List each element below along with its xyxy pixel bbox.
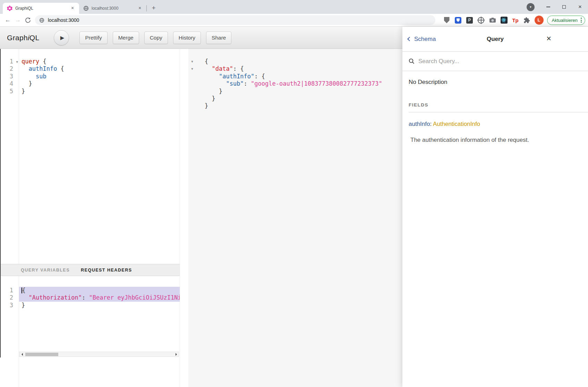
graphiql-logo: GraphiQL [7,34,39,42]
code-token [22,294,28,301]
code-line: 3} [0,302,180,309]
browser-window: GraphiQL × localhost:3000 × + ▼ × ← → [0,0,588,387]
tab-close-icon[interactable]: × [137,5,143,11]
doc-close-button[interactable]: × [546,34,551,43]
code-token: "google-oauth2|108377380082777232373" [251,80,382,87]
code-text: "sub": "google-oauth2|108377380082777232… [196,80,402,87]
maximize-button[interactable] [556,1,572,13]
profile-avatar[interactable]: L [535,16,544,25]
horizontal-scrollbar[interactable] [19,352,179,357]
close-window-button[interactable]: × [572,1,588,13]
code-token [22,73,36,80]
picker-extension-icon[interactable] [477,16,485,24]
code-token: "data" [212,65,233,72]
doc-search-input[interactable] [418,58,588,65]
scroll-right-button[interactable] [173,352,179,356]
request-headers-editor[interactable]: 1{2 "Authorization": "Bearer eyJhbGciOiJ… [0,276,180,387]
fold-arrow-icon [188,80,196,87]
code-token: : { [254,73,265,80]
address-bar[interactable]: localhost:3000 [35,15,435,25]
code-text: authInfo { [19,65,180,72]
execute-button[interactable]: ▶ [54,30,69,45]
browser-menu-icon[interactable] [581,18,582,23]
doc-search-row [402,52,588,71]
extensions-puzzle-icon[interactable] [523,16,531,24]
field-name-link[interactable]: authInfo [409,121,430,127]
code-token: } [205,95,215,102]
new-tab-button[interactable]: + [149,3,159,13]
toolbar-button-history[interactable]: History [173,32,201,44]
code-line: "authInfo": { [180,73,402,80]
secondary-tab-bar: QUERY VARIABLESREQUEST HEADERS [0,264,180,276]
scrollbar-track[interactable] [25,352,173,356]
code-line: "sub": "google-oauth2|108377380082777232… [180,80,402,87]
update-chrome-button[interactable]: Aktualisieren [547,16,585,25]
ublock-extension-icon[interactable] [443,16,451,24]
code-token: } [205,102,208,109]
code-token: "sub" [226,80,244,87]
code-token: : [244,80,251,87]
window-controls: ▼ × [527,0,588,14]
toolbar-button-share[interactable]: Share [206,32,231,44]
camera-icon [489,17,496,23]
code-text: } [19,88,180,95]
fold-arrow-icon[interactable]: ▾ [16,58,18,66]
query-section: 1▾query {2 authInfo {3 sub4 }5} QUERY VA… [0,49,180,387]
graphiql-topbar: GraphiQL ▶ PrettifyMergeCopyHistoryShare [0,27,402,49]
toolbar-button-prettify[interactable]: Prettify [79,32,107,44]
bitwarden-extension-icon[interactable] [454,16,462,24]
field-description: The authentication information of the re… [409,137,588,144]
no-description-text: No Description [409,79,588,86]
field-type-link[interactable]: AuthenticationInfo [433,121,480,127]
fold-arrow-icon [188,88,196,95]
tab-close-icon[interactable]: × [69,5,76,11]
tab-title: localhost:3000 [92,6,137,11]
code-token: query [22,58,39,65]
tab-query-variables[interactable]: QUERY VARIABLES [21,268,70,273]
code-text: "authInfo": { [196,73,402,80]
code-line: 2 "Authorization": "Bearer eyJhbGciOiJSU… [0,294,180,301]
code-token: } [205,88,222,95]
code-text: } [196,102,402,110]
scrollbar-thumb[interactable] [25,353,58,356]
chrome-update-icon[interactable]: ▼ [527,3,535,11]
toolbar-button-merge[interactable]: Merge [113,32,139,44]
toolbar-button-copy[interactable]: Copy [144,32,168,44]
fold-arrow-icon [188,102,196,110]
query-editor[interactable]: 1▾query {2 authInfo {3 sub4 }5} [0,49,180,264]
code-token: } [22,88,25,95]
code-text: { [19,287,180,294]
doc-explorer: Schema Query × No Description FIELDS [402,27,588,387]
code-token: sub [36,73,46,80]
minimize-button[interactable] [540,1,556,13]
code-token: } [22,302,25,309]
code-token [22,65,28,72]
fields-section-header: FIELDS [409,102,588,108]
back-button[interactable]: ← [3,15,13,25]
code-token: { [57,65,64,72]
screenshot-extension-icon[interactable] [488,16,497,24]
fold-arrow-icon[interactable]: ▾ [188,58,196,65]
forward-button[interactable]: → [13,15,23,25]
fold-arrow-icon[interactable]: ▾ [188,65,196,72]
response-viewer[interactable]: ▾{▾ "data": { "authInfo": { "sub": "goog… [180,49,402,387]
p-extension-icon[interactable]: P [466,16,474,24]
tab-request-headers[interactable]: REQUEST HEADERS [81,268,132,273]
reload-icon [25,17,31,23]
url-text: localhost:3000 [48,17,79,23]
left-edge-divider [0,49,1,358]
code-text: "Authorization": "Bearer eyJhbGciOiJSUzI… [19,294,180,301]
code-text: } [19,80,180,87]
scroll-left-button[interactable] [19,352,25,356]
doc-explorer-body: No Description FIELDS authInfo: Authenti… [402,71,588,144]
browser-tab-localhost[interactable]: localhost:3000 × [79,3,146,14]
code-line: 3 sub [0,73,180,80]
reload-button[interactable] [23,15,33,25]
code-token [205,73,219,80]
code-line: 1{ [0,287,180,294]
editors-area: 1▾query {2 authInfo {3 sub4 }5} QUERY VA… [0,49,402,387]
react-devtools-extension-icon[interactable] [500,16,508,24]
code-text: "data": { [196,65,402,72]
tampermonkey-extension-icon[interactable]: Tp [511,16,520,24]
browser-tab-graphiql[interactable]: GraphiQL × [3,3,79,14]
